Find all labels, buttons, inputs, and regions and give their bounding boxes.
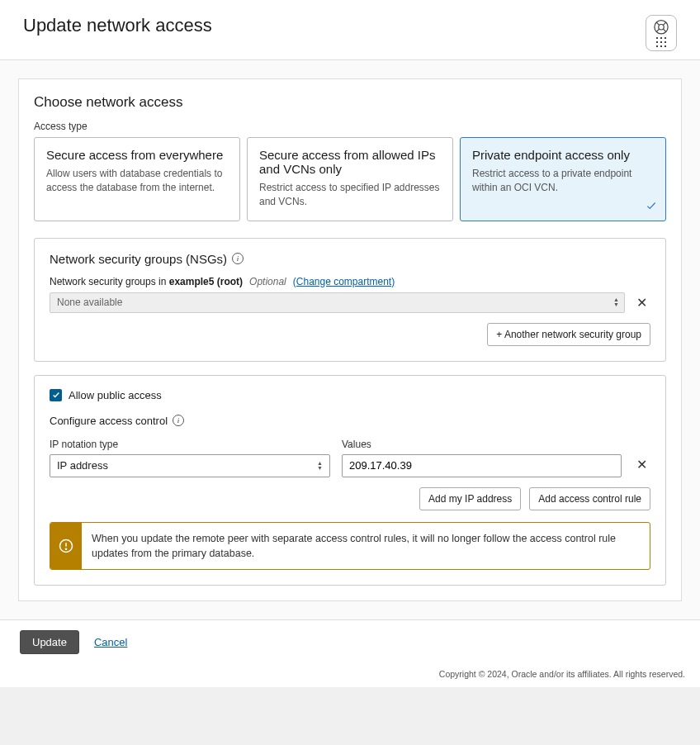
allow-public-row: Allow public access xyxy=(50,389,650,401)
configure-acl-label: Configure access control i xyxy=(50,415,650,427)
info-icon[interactable]: i xyxy=(232,253,244,264)
svg-point-1 xyxy=(659,25,665,31)
page-title: Update network access xyxy=(23,15,212,36)
remove-rule-button[interactable]: ✕ xyxy=(633,457,650,472)
allow-public-label: Allow public access xyxy=(69,389,162,401)
optional-label: Optional xyxy=(249,276,286,287)
acl-form-row: IP notation type IP address ▲▼ Values ✕ xyxy=(50,439,650,477)
ip-type-value: IP address xyxy=(57,459,108,472)
page-root: Update network access Choose network acc… xyxy=(0,0,700,687)
warning-icon xyxy=(50,523,82,569)
lifebuoy-icon xyxy=(653,19,669,36)
acl-section: Allow public access Configure access con… xyxy=(34,375,666,586)
add-acl-rule-button[interactable]: Add access control rule xyxy=(529,487,650,510)
warning-banner: When you update the remote peer with sep… xyxy=(50,522,650,570)
svg-line-4 xyxy=(656,29,659,31)
option-desc: Restrict access to a private endpoint wi… xyxy=(472,167,654,195)
option-secure-everywhere[interactable]: Secure access from everywhere Allow user… xyxy=(34,137,240,221)
nsg-compartment: example5 (root) xyxy=(169,276,243,287)
values-input[interactable] xyxy=(342,454,622,477)
option-title: Secure access from allowed IPs and VCNs … xyxy=(259,148,441,176)
option-desc: Allow users with database credentials to… xyxy=(46,167,228,195)
dialog-header: Update network access xyxy=(0,0,700,60)
option-title: Private endpoint access only xyxy=(472,148,654,162)
values-label: Values xyxy=(342,439,622,450)
cancel-link[interactable]: Cancel xyxy=(94,636,127,648)
content-area: Choose network access Access type Secure… xyxy=(0,60,700,619)
nsg-section: Network security groups (NSGs) i Network… xyxy=(34,238,666,362)
warning-text: When you update the remote peer with sep… xyxy=(82,523,650,569)
nsg-select[interactable]: None available ▲▼ xyxy=(50,292,625,313)
nsg-heading: Network security groups (NSGs) i xyxy=(50,252,650,266)
help-widget[interactable] xyxy=(646,15,677,51)
option-private-endpoint[interactable]: Private endpoint access only Restrict ac… xyxy=(460,137,666,221)
svg-line-5 xyxy=(663,29,665,31)
update-button[interactable]: Update xyxy=(20,630,79,654)
option-desc: Restrict access to specified IP addresse… xyxy=(259,181,441,209)
info-icon[interactable]: i xyxy=(173,415,184,426)
chevron-updown-icon: ▲▼ xyxy=(317,461,323,471)
nsg-select-row: None available ▲▼ ✕ xyxy=(50,292,650,313)
option-allowed-ips[interactable]: Secure access from allowed IPs and VCNs … xyxy=(247,137,453,221)
footer-bar: Update Cancel xyxy=(0,619,700,664)
chevron-updown-icon: ▲▼ xyxy=(613,297,619,307)
check-icon xyxy=(646,200,657,214)
svg-point-8 xyxy=(65,548,66,549)
copyright-text: Copyright © 2024, Oracle and/or its affi… xyxy=(0,664,700,687)
dots-icon xyxy=(656,37,667,48)
nsg-label-prefix: Network security groups in xyxy=(50,276,169,287)
section-title: Choose network access xyxy=(34,94,666,111)
access-type-label: Access type xyxy=(34,121,666,132)
ip-type-label: IP notation type xyxy=(50,439,330,450)
allow-public-checkbox[interactable] xyxy=(50,389,62,401)
option-title: Secure access from everywhere xyxy=(46,148,228,162)
ip-type-select[interactable]: IP address ▲▼ xyxy=(50,454,330,477)
change-compartment-link[interactable]: (Change compartment) xyxy=(293,276,395,287)
svg-line-3 xyxy=(663,22,665,25)
remove-nsg-button[interactable]: ✕ xyxy=(633,295,650,311)
configure-acl-text: Configure access control xyxy=(50,415,168,427)
acl-action-row: Add my IP address Add access control rul… xyxy=(50,487,650,510)
nsg-label-row: Network security groups in example5 (roo… xyxy=(50,276,650,287)
nsg-heading-text: Network security groups (NSGs) xyxy=(50,252,227,266)
ip-type-col: IP notation type IP address ▲▼ xyxy=(50,439,330,477)
add-nsg-button[interactable]: + Another network security group xyxy=(487,323,650,346)
add-my-ip-button[interactable]: Add my IP address xyxy=(419,487,521,510)
values-col: Values xyxy=(342,439,622,477)
svg-line-2 xyxy=(656,22,659,25)
main-card: Choose network access Access type Secure… xyxy=(18,78,682,601)
nsg-select-text: None available xyxy=(57,297,122,308)
access-type-options: Secure access from everywhere Allow user… xyxy=(34,137,666,221)
